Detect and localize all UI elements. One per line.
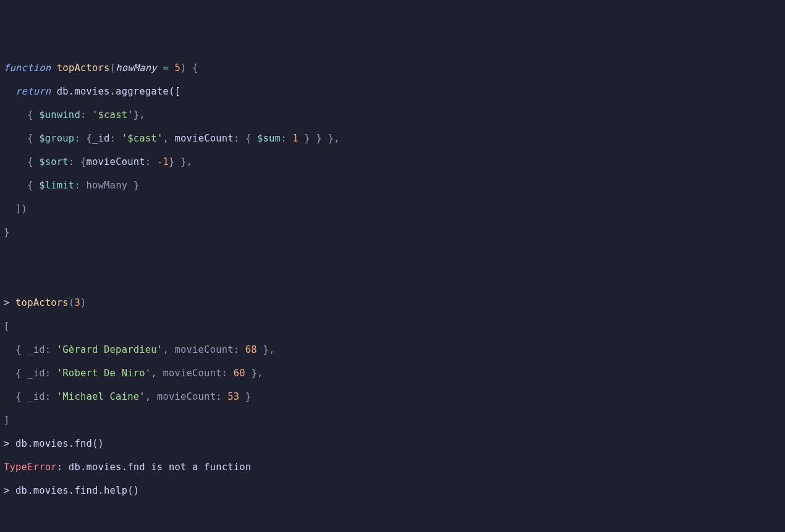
code-line-1: function topActors(howMany = 5) {	[4, 62, 781, 74]
result-open: [	[4, 321, 781, 332]
prompt: >	[4, 297, 15, 308]
blank-line	[4, 509, 781, 520]
blank-line	[4, 274, 781, 285]
terminal[interactable]: function topActors(howMany = 5) { return…	[4, 51, 781, 532]
function-name: topActors	[57, 62, 110, 74]
code-line-7: ])	[4, 203, 781, 215]
call-line: > topActors(3)	[4, 297, 781, 309]
result-close: ]	[4, 415, 781, 426]
code-line-5: { $sort: {movieCount: -1} },	[4, 156, 781, 168]
code-line-6: { $limit: howMany }	[4, 180, 781, 192]
error-type: TypeError	[4, 462, 57, 473]
code-line-2: return db.movies.aggregate([	[4, 86, 781, 98]
keyword-function: function	[4, 62, 51, 74]
code-line-8: }	[4, 227, 781, 239]
result-row-3: { _id: 'Michael Caine', movieCount: 53 }	[4, 391, 781, 403]
prompt: >	[4, 485, 15, 496]
blank-line	[4, 250, 781, 262]
result-row-2: { _id: 'Robert De Niro', movieCount: 60 …	[4, 368, 781, 379]
help-call-line: > db.movies.find.help()	[4, 485, 781, 497]
code-line-3: { $unwind: '$cast'},	[4, 109, 781, 121]
fnd-line: > db.movies.fnd()	[4, 438, 781, 450]
error-line: TypeError: db.movies.fnd is not a functi…	[4, 462, 781, 473]
prompt: >	[4, 438, 15, 449]
result-row-1: { _id: 'Gèrard Depardieu', movieCount: 6…	[4, 344, 781, 356]
code-line-4: { $group: {_id: '$cast', movieCount: { $…	[4, 133, 781, 145]
